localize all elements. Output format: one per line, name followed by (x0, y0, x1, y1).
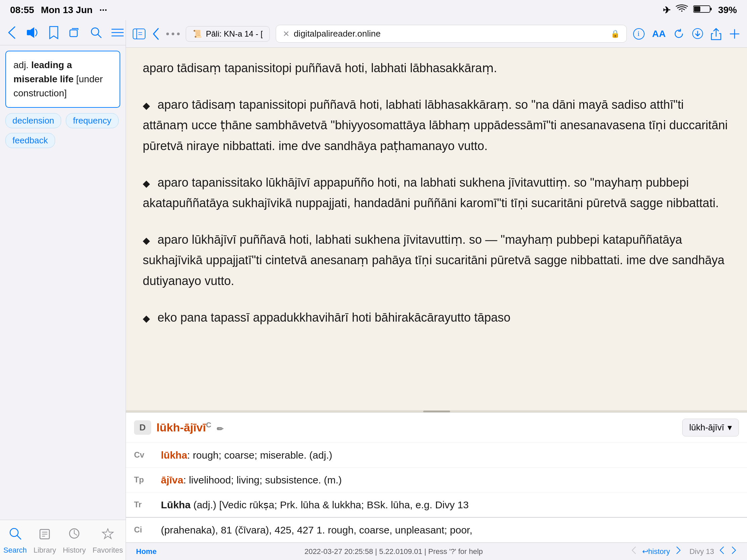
right-panel: 📜 Pāli: KN-a 14 - [ ✕ digitalpalireader.… (126, 20, 747, 560)
pali-text-3: eko pana tapassī appadukkhavihārī hoti b… (157, 311, 511, 324)
browser-back-button[interactable] (152, 27, 160, 41)
headword-text: lūkh-ājīvī (156, 421, 206, 434)
history-nav-icon (68, 527, 81, 543)
nav-favorites[interactable]: Favorites (89, 520, 126, 560)
lock-icon: 🔒 (611, 30, 620, 38)
download-button[interactable] (692, 28, 703, 40)
status-day-date: Mon 13 Jun (41, 5, 93, 16)
edit-icon[interactable]: ✏ (217, 424, 223, 433)
dict-content-tp: ājīva: livelihood; living; subsistence. … (161, 472, 739, 487)
page-reference: Divy 13 (690, 547, 714, 556)
nav-search-label: Search (3, 546, 27, 555)
dict-dropdown[interactable]: lūkh-ājīvī ▾ (682, 419, 739, 436)
back-button[interactable] (7, 26, 16, 39)
nav-history-label: History (63, 546, 86, 555)
dict-content-tr: Lūkha (adj.) [Vedic rūkṣa; Prk. lūha & l… (161, 497, 739, 512)
svg-rect-1 (710, 8, 712, 10)
share-button[interactable] (711, 28, 721, 40)
history-navigation: ↩history Divy 13 (631, 545, 737, 557)
headword-superscript: C (206, 421, 211, 429)
dict-term-cv: lūkha (161, 450, 187, 461)
favorites-nav-icon (101, 527, 114, 543)
font-size-button[interactable]: AA (652, 29, 666, 39)
dict-source-badge: D (134, 420, 151, 435)
nav-search[interactable]: Search (0, 520, 30, 560)
history-next-button[interactable] (675, 545, 681, 557)
add-tab-button[interactable] (729, 28, 740, 39)
svg-text:i: i (638, 29, 640, 37)
help-text: Press '?' for help (428, 547, 483, 556)
dict-row-tr: Tr Lūkha (adj.) [Vedic rūkṣa; Prk. lūha … (126, 492, 747, 518)
dictionary-panel: D lūkh-ājīvīC ✏ lūkh-ājīvī ▾ Cv lūkha: r… (126, 412, 747, 542)
svg-line-12 (17, 535, 21, 539)
dict-content-cv: lūkha: rough; coarse; miserable. (adj.) (161, 448, 739, 463)
battery-status (693, 4, 713, 16)
dict-row-cv: Cv lūkha: rough; coarse; miserable. (adj… (126, 443, 747, 468)
address-bar[interactable]: ✕ digitalpalireader.online 🔒 (276, 25, 626, 43)
tag-declension[interactable]: declension (5, 113, 61, 128)
svg-rect-5 (70, 30, 77, 36)
tab-center-dots (166, 32, 180, 35)
browser-toolbar: 📜 Pāli: KN-a 14 - [ ✕ digitalpalireader.… (126, 20, 747, 48)
address-url: digitalpalireader.online (293, 29, 606, 39)
bookmark-button[interactable] (48, 26, 59, 39)
nav-library[interactable]: Library (30, 520, 59, 560)
tag-feedback[interactable]: feedback (5, 133, 55, 148)
pali-content[interactable]: aparo tādisaṃ tapanissitopi puññavā hoti… (126, 48, 747, 410)
definition-text: adj. leading a miserable life [under con… (14, 60, 103, 98)
pali-paragraph-top-partial: aparo tādisaṃ tapanissitopi puññavā hoti… (143, 58, 730, 78)
history-label: ↩history (642, 547, 670, 556)
svg-marker-20 (102, 529, 113, 538)
pali-text-1: aparo tapanissitako lūkhājīvī appapuññо … (143, 176, 719, 210)
dict-row-tp: Tp ājīva: livelihood; living; subsistenc… (126, 468, 747, 492)
dict-label-tr: Tr (134, 499, 154, 511)
pali-paragraph-2: aparo lūkhājīvī puññavā hoti, labhati su… (143, 229, 730, 291)
dropdown-value: lūkh-ājīvī (689, 422, 724, 433)
dict-label-ci: Ci (134, 524, 154, 536)
nav-favorites-label: Favorites (93, 546, 123, 555)
pali-paragraph-0: aparo tādisaṃ tapanissitopi puññavā hoti… (143, 94, 730, 156)
partial-text: aparo tādisaṃ tapanissitopi puññavā hoti… (143, 61, 497, 75)
svg-marker-4 (30, 27, 34, 38)
status-bar: 08:55 Mon 13 Jun ··· ✈ 39% (0, 0, 747, 20)
chevron-down-icon: ▾ (727, 422, 732, 433)
left-panel: adj. leading a miserable life [under con… (0, 20, 126, 560)
drag-handle-bar (423, 410, 450, 412)
left-toolbar (0, 20, 126, 45)
tabs-button[interactable] (69, 27, 81, 38)
nav-library-label: Library (33, 546, 56, 555)
search-nav-icon (8, 527, 22, 543)
airplane-icon: ✈ (663, 5, 670, 16)
history-prev-button[interactable] (631, 545, 638, 557)
dict-definition-tr: (adj.) [Vedic rūkṣa; Prk. lūha & lukkha;… (190, 499, 468, 510)
dict-row-ci: Ci (prahenaka), 81 (čīvara), 425, 427 1.… (126, 518, 747, 542)
pali-text-0: aparo tādisaṃ tapanissitopi puññavā hoti… (143, 98, 728, 153)
dict-definition-ci: (prahenaka), 81 (čīvara), 425, 427 1. ro… (161, 525, 472, 535)
page-next-button[interactable] (730, 545, 737, 557)
svg-rect-3 (27, 30, 30, 35)
dict-headword: lūkh-ājīvīC ✏ (156, 421, 223, 434)
info-button[interactable]: i (633, 28, 645, 40)
pali-paragraph-1: aparo tapanissitako lūkhājīvī appapuññо … (143, 172, 730, 213)
browser-right-buttons: i AA (633, 28, 740, 40)
reload-button[interactable] (673, 28, 685, 39)
dict-term-tp: ājīva (161, 474, 183, 485)
tab-icon: ✕ (283, 29, 289, 38)
search-button[interactable] (90, 27, 102, 38)
tag-frequency[interactable]: frequency (66, 113, 118, 128)
svg-rect-23 (133, 29, 145, 39)
home-link[interactable]: Home (136, 547, 156, 556)
font-size-label: AA (652, 29, 666, 39)
svg-rect-2 (694, 6, 700, 12)
menu-button[interactable] (111, 28, 124, 37)
page-prev-button[interactable] (719, 545, 725, 557)
tab-label[interactable]: 📜 Pāli: KN-a 14 - [ (186, 26, 270, 42)
status-timestamp: 2022-03-27 20:25:58 | 5.22.0109.01 | Pre… (304, 547, 483, 556)
nav-history[interactable]: History (59, 520, 89, 560)
sidebar-toggle-button[interactable] (133, 29, 146, 39)
status-dots: ··· (99, 5, 107, 16)
dict-definition-cv: : rough; coarse; miserable. (adj.) (187, 450, 332, 461)
bottom-status-bar: Home 2022-03-27 20:25:58 | 5.22.0109.01 … (126, 542, 747, 560)
audio-button[interactable] (26, 27, 39, 38)
dict-content-ci: (prahenaka), 81 (čīvara), 425, 427 1. ro… (161, 523, 739, 537)
